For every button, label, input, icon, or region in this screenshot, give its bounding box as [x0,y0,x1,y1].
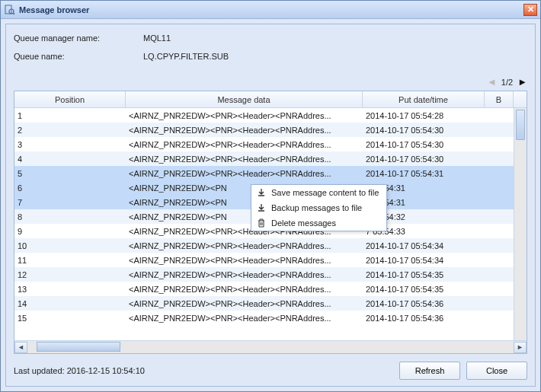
cell-put-date: 2014-10-17 05:54:30 [363,126,485,135]
cell-position: 5 [14,169,126,178]
message-browser-window: Message browser ✕ Queue manager name: MQ… [0,0,541,392]
last-updated: Last updated: 2016-12-15 10:54:10 [14,366,393,375]
cell-position: 7 [14,198,126,207]
table-row[interactable]: 15<AIRNZ_PNR2EDW><PNR><Header><PNRAddres… [14,311,514,325]
menu-save-label: Save message content to file [271,188,379,197]
queue-name-label: Queue name: [14,52,143,61]
table-row[interactable]: 2<AIRNZ_PNR2EDW><PNR><Header><PNRAddres.… [14,123,514,137]
menu-save-message[interactable]: Save message content to file [251,185,386,200]
main-panel: Queue manager name: MQL11 Queue name: LQ… [5,24,536,387]
cell-put-date: 2014-10-17 05:54:31 [363,169,485,178]
cell-message: <AIRNZ_PNR2EDW><PNR><Header><PNRAddres..… [126,140,363,149]
cell-position: 2 [14,126,126,135]
cell-position: 14 [14,299,126,308]
cell-message: <AIRNZ_PNR2EDW><PNR><Header><PNRAddres..… [126,299,363,308]
cell-position: 6 [14,183,126,193]
hscroll-left-button[interactable]: ◄ [14,342,27,353]
cell-message: <AIRNZ_PNR2EDW><PNR><Header><PNRAddres..… [126,169,363,178]
svg-line-2 [13,13,14,14]
cell-position: 10 [14,241,126,250]
cell-position: 11 [14,256,126,265]
table-row[interactable]: 12<AIRNZ_PNR2EDW><PNR><Header><PNRAddres… [14,267,514,282]
cell-message: <AIRNZ_PNR2EDW><PNR><Header><PNRAddres..… [126,126,363,135]
column-header-b[interactable]: B [485,91,514,107]
cell-position: 13 [14,285,126,294]
table-row[interactable]: 10<AIRNZ_PNR2EDW><PNR><Header><PNRAddres… [14,238,514,253]
hscroll-thumb[interactable] [37,342,120,352]
search-page-icon [4,4,16,16]
cell-message: <AIRNZ_PNR2EDW><PNR><Header><PNRAddres..… [126,155,363,164]
cell-put-date: 2014-10-17 05:54:30 [363,155,485,164]
cell-put-date: 2014-10-17 05:54:35 [363,270,485,279]
cell-message: <AIRNZ_PNR2EDW><PNR><Header><PNRAddres..… [126,285,363,294]
queue-name-value: LQ.CPYP.FILTER.SUB [143,52,229,61]
cell-put-date: 2014-10-17 05:54:35 [363,285,485,294]
menu-delete-messages[interactable]: Delete messages [251,215,386,231]
table-body-wrap: 1<AIRNZ_PNR2EDW><PNR><Header><PNRAddres.… [14,108,527,340]
message-table: Position Message data Put date/time B 1<… [14,91,527,354]
context-menu: Save message content to file Backup mess… [251,184,387,231]
pager: ◄ 1/2 ► [14,76,527,88]
table-row[interactable]: 5<AIRNZ_PNR2EDW><PNR><Header><PNRAddres.… [14,166,514,180]
table-row[interactable]: 3<AIRNZ_PNR2EDW><PNR><Header><PNRAddres.… [14,137,514,151]
cell-put-date: 2014-10-17 05:54:36 [363,299,485,308]
content-area: Queue manager name: MQL11 Queue name: LQ… [1,19,540,391]
cell-message: <AIRNZ_PNR2EDW><PNR><Header><PNRAddres..… [126,270,363,279]
cell-position: 1 [14,111,126,120]
table-row[interactable]: 1<AIRNZ_PNR2EDW><PNR><Header><PNRAddres.… [14,108,514,123]
window-title: Message browser [19,5,523,14]
cell-position: 4 [14,155,126,164]
column-header-message[interactable]: Message data [126,91,363,107]
window-close-button[interactable]: ✕ [523,4,537,16]
last-updated-label: Last updated: [14,366,65,375]
horizontal-scrollbar[interactable]: ◄ ► [14,340,527,353]
cell-put-date: 2014-10-17 05:54:30 [363,140,485,149]
refresh-button[interactable]: Refresh [399,362,460,380]
column-header-put[interactable]: Put date/time [363,91,485,107]
download-icon [256,203,267,212]
hscroll-right-button[interactable]: ► [514,342,527,353]
queue-name-row: Queue name: LQ.CPYP.FILTER.SUB [14,52,527,61]
queue-manager-label: Queue manager name: [14,33,143,43]
footer: Last updated: 2016-12-15 10:54:10 Refres… [14,362,527,380]
cell-position: 8 [14,212,126,221]
vertical-scroll-thumb[interactable] [516,110,525,140]
cell-put-date: 2014-10-17 05:54:34 [363,241,485,250]
vertical-scrollbar[interactable] [514,108,527,340]
cell-position: 12 [14,270,126,279]
last-updated-value: 2016-12-15 10:54:10 [67,366,145,375]
pager-text: 1/2 [501,78,513,87]
cell-message: <AIRNZ_PNR2EDW><PNR><Header><PNRAddres..… [126,241,363,250]
menu-backup-messages[interactable]: Backup messages to file [251,200,386,215]
table-row[interactable]: 11<AIRNZ_PNR2EDW><PNR><Header><PNRAddres… [14,253,514,267]
cell-message: <AIRNZ_PNR2EDW><PNR><Header><PNRAddres..… [126,314,363,323]
titlebar: Message browser ✕ [1,1,540,19]
cell-position: 3 [14,140,126,149]
next-page-arrow-icon[interactable]: ► [517,76,527,88]
prev-page-arrow-icon: ◄ [487,76,497,88]
table-header: Position Message data Put date/time B [14,91,527,108]
cell-put-date: 2014-10-17 05:54:36 [363,314,485,323]
queue-manager-value: MQL11 [143,33,171,43]
cell-position: 15 [14,314,126,323]
table-row[interactable]: 4<AIRNZ_PNR2EDW><PNR><Header><PNRAddres.… [14,151,514,166]
cell-position: 9 [14,227,126,236]
close-icon: ✕ [527,5,534,14]
column-header-position[interactable]: Position [14,91,126,107]
column-header-scroll-spacer [514,91,527,107]
table-row[interactable]: 14<AIRNZ_PNR2EDW><PNR><Header><PNRAddres… [14,296,514,311]
trash-icon [256,218,267,228]
close-button[interactable]: Close [466,362,527,380]
cell-message: <AIRNZ_PNR2EDW><PNR><Header><PNRAddres..… [126,111,363,120]
menu-backup-label: Backup messages to file [271,203,362,212]
menu-delete-label: Delete messages [271,218,336,228]
cell-put-date: 2014-10-17 05:54:34 [363,256,485,265]
download-icon [256,188,267,197]
queue-manager-row: Queue manager name: MQL11 [14,33,527,43]
cell-put-date: 2014-10-17 05:54:28 [363,111,485,120]
table-row[interactable]: 13<AIRNZ_PNR2EDW><PNR><Header><PNRAddres… [14,282,514,296]
hscroll-track[interactable] [27,342,514,353]
cell-message: <AIRNZ_PNR2EDW><PNR><Header><PNRAddres..… [126,256,363,265]
